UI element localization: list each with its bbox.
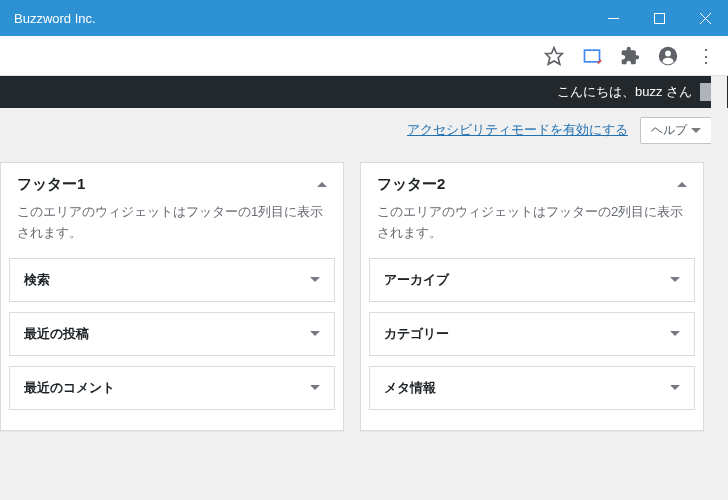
window-titlebar: Buzzword Inc. — [0, 0, 728, 36]
subheader: アクセシビリティモードを有効にする ヘルプ — [0, 108, 728, 152]
widget-item-label: 最近のコメント — [24, 379, 310, 397]
help-button[interactable]: ヘルプ — [640, 117, 712, 144]
extensions-icon[interactable] — [614, 40, 646, 72]
footer2-panel: フッター2 このエリアのウィジェットはフッターの2列目に表示されます。 アーカイ… — [360, 162, 704, 431]
wp-admin-bar: こんにちは、buzz さん — [0, 76, 728, 108]
widget-item-label: アーカイブ — [384, 271, 670, 289]
kebab-menu-icon[interactable]: ⋮ — [690, 40, 722, 72]
svg-point-8 — [665, 50, 671, 56]
window-minimize-button[interactable] — [590, 0, 636, 36]
footer2-description: このエリアのウィジェットはフッターの2列目に表示されます。 — [361, 202, 703, 258]
help-label: ヘルプ — [651, 122, 687, 139]
widget-item-recent-comments[interactable]: 最近のコメント — [9, 366, 335, 410]
footer1-panel-header[interactable]: フッター1 — [1, 163, 343, 202]
widget-item-label: 検索 — [24, 271, 310, 289]
svg-rect-5 — [585, 50, 600, 62]
accessibility-mode-link[interactable]: アクセシビリティモードを有効にする — [407, 121, 628, 139]
window-maximize-button[interactable] — [636, 0, 682, 36]
screenshot-icon[interactable] — [576, 40, 608, 72]
widget-item-meta[interactable]: メタ情報 — [369, 366, 695, 410]
chevron-up-icon — [317, 182, 327, 187]
chevron-down-icon — [670, 331, 680, 336]
widget-item-category[interactable]: カテゴリー — [369, 312, 695, 356]
footer1-widget-list: 検索 最近の投稿 最近のコメント — [1, 258, 343, 430]
star-icon[interactable] — [538, 40, 570, 72]
widget-item-label: カテゴリー — [384, 325, 670, 343]
svg-marker-4 — [546, 47, 563, 64]
widget-areas-content: フッター1 このエリアのウィジェットはフッターの1列目に表示されます。 検索 最… — [0, 152, 728, 447]
chevron-down-icon — [310, 385, 320, 390]
widget-item-label: 最近の投稿 — [24, 325, 310, 343]
widget-item-search[interactable]: 検索 — [9, 258, 335, 302]
svg-line-6 — [598, 60, 601, 63]
window-title: Buzzword Inc. — [14, 11, 96, 26]
chevron-down-icon — [670, 277, 680, 282]
profile-icon[interactable] — [652, 40, 684, 72]
chevron-down-icon — [310, 331, 320, 336]
svg-rect-1 — [654, 13, 664, 23]
chevron-down-icon — [691, 128, 701, 133]
chevron-up-icon — [677, 182, 687, 187]
chevron-down-icon — [310, 277, 320, 282]
chevron-down-icon — [670, 385, 680, 390]
widget-item-label: メタ情報 — [384, 379, 670, 397]
browser-toolbar: ⋮ — [0, 36, 728, 76]
footer2-widget-list: アーカイブ カテゴリー メタ情報 — [361, 258, 703, 430]
footer2-panel-header[interactable]: フッター2 — [361, 163, 703, 202]
footer2-title: フッター2 — [377, 175, 677, 194]
vertical-scrollbar[interactable] — [711, 76, 727, 500]
footer1-panel: フッター1 このエリアのウィジェットはフッターの1列目に表示されます。 検索 最… — [0, 162, 344, 431]
widget-item-recent-posts[interactable]: 最近の投稿 — [9, 312, 335, 356]
footer1-title: フッター1 — [17, 175, 317, 194]
window-close-button[interactable] — [682, 0, 728, 36]
footer1-description: このエリアのウィジェットはフッターの1列目に表示されます。 — [1, 202, 343, 258]
admin-greeting: こんにちは、buzz さん — [557, 83, 692, 101]
widget-item-archive[interactable]: アーカイブ — [369, 258, 695, 302]
